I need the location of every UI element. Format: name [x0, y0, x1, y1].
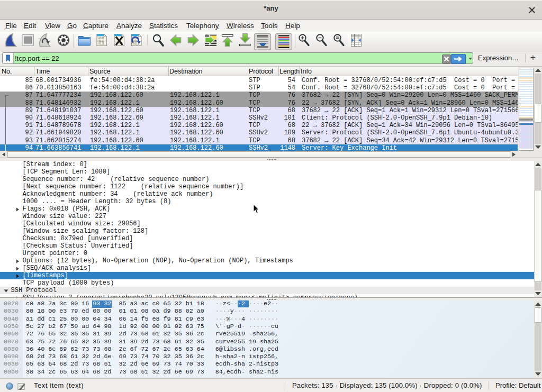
svg-text:0111: 0111: [98, 42, 104, 45]
